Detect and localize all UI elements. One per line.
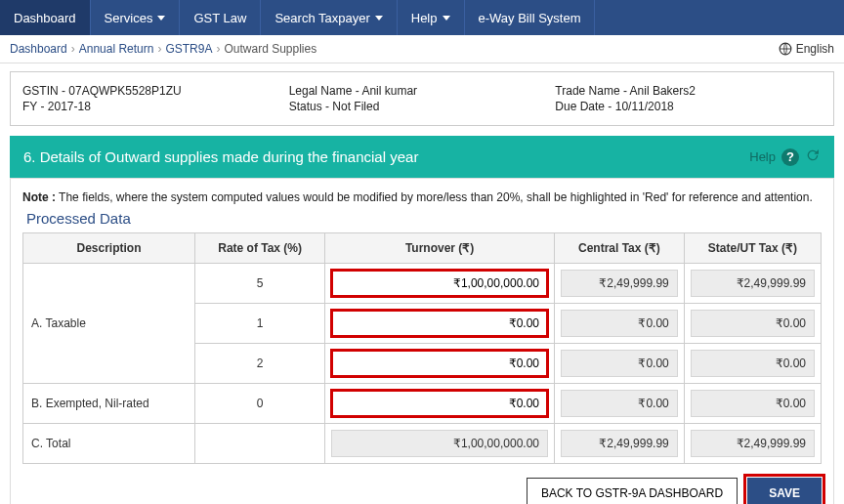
- row-rate: 1: [194, 304, 324, 344]
- caret-down-icon: [443, 16, 450, 21]
- taxpayer-info-panel: GSTIN - 07AQWPK5528P1ZU FY - 2017-18 Leg…: [10, 71, 834, 126]
- row-central-tax-cell: ₹0.00: [554, 344, 684, 384]
- section-title: 6. Details of Outward supplies made duri…: [23, 148, 418, 165]
- save-button[interactable]: SAVE: [747, 478, 822, 504]
- nav-item-help[interactable]: Help: [398, 0, 465, 35]
- highlighted-cell: [331, 310, 548, 337]
- row-state-tax-cell: ₹0.00: [684, 344, 821, 384]
- due-date-label: Due Date - 10/11/2018: [555, 100, 822, 113]
- note-prefix: Note :: [22, 190, 56, 204]
- state-tax-readonly: ₹0.00: [691, 390, 815, 417]
- nav-label: GST Law: [193, 11, 246, 25]
- chevron-right-icon: ›: [157, 42, 161, 56]
- row-turnover-cell: [325, 304, 555, 344]
- highlighted-cell: [331, 350, 548, 377]
- state-tax-readonly: ₹0.00: [691, 350, 815, 377]
- nav-label: Search Taxpayer: [274, 11, 369, 25]
- row-rate: 0: [194, 384, 324, 424]
- central-tax-readonly: ₹0.00: [561, 390, 678, 417]
- highlighted-cell: [331, 270, 548, 297]
- chevron-right-icon: ›: [216, 42, 220, 56]
- col-description: Description: [23, 233, 195, 264]
- refresh-icon[interactable]: [805, 147, 821, 166]
- col-turnover: Turnover (₹): [325, 233, 555, 264]
- row-description: B. Exempted, Nil-rated: [23, 384, 195, 424]
- processed-data-title: Processed Data: [26, 210, 822, 227]
- breadcrumb-current: Outward Supplies: [224, 42, 316, 56]
- table-row: A. Taxable5₹2,49,999.99₹2,49,999.99: [23, 264, 822, 304]
- status-label: Status - Not Filed: [289, 100, 556, 113]
- outward-supplies-table: Description Rate of Tax (%) Turnover (₹)…: [22, 232, 822, 464]
- row-turnover-cell: [325, 264, 555, 304]
- breadcrumb-link[interactable]: Annual Return: [79, 42, 154, 56]
- note-body: The fields, where the system computed va…: [56, 190, 813, 204]
- row-central-tax-cell: ₹2,49,999.99: [554, 424, 684, 464]
- row-central-tax-cell: ₹2,49,999.99: [554, 264, 684, 304]
- fy-label: FY - 2017-18: [22, 100, 289, 113]
- state-tax-readonly: ₹2,49,999.99: [691, 270, 815, 297]
- nav-item-gst-law[interactable]: GST Law: [180, 0, 261, 35]
- caret-down-icon: [375, 16, 383, 21]
- row-turnover-cell: [325, 384, 555, 424]
- table-row: C. Total₹1,00,00,000.00₹2,49,999.99₹2,49…: [23, 424, 822, 464]
- turnover-input[interactable]: [331, 310, 548, 337]
- central-tax-readonly: ₹0.00: [561, 350, 678, 377]
- nav-item-e-way-bill-system[interactable]: e-Way Bill System: [465, 0, 596, 35]
- central-tax-readonly: ₹2,49,999.99: [561, 270, 678, 297]
- col-state-tax: State/UT Tax (₹): [684, 233, 821, 264]
- row-rate: [194, 424, 324, 464]
- note-text: Note : The fields, where the system comp…: [22, 190, 822, 204]
- breadcrumb: Dashboard›Annual Return›GSTR9A›Outward S…: [10, 42, 316, 56]
- turnover-input[interactable]: [331, 350, 548, 377]
- row-turnover-cell: ₹1,00,00,000.00: [325, 424, 555, 464]
- nav-item-dashboard[interactable]: Dashboard: [0, 0, 91, 35]
- breadcrumb-bar: Dashboard›Annual Return›GSTR9A›Outward S…: [0, 35, 844, 63]
- turnover-readonly: ₹1,00,00,000.00: [331, 430, 548, 457]
- section-header: 6. Details of Outward supplies made duri…: [10, 136, 834, 178]
- row-rate: 2: [194, 344, 324, 384]
- row-turnover-cell: [325, 344, 555, 384]
- nav-label: Dashboard: [14, 11, 76, 25]
- row-central-tax-cell: ₹0.00: [554, 384, 684, 424]
- top-nav: DashboardServicesGST LawSearch TaxpayerH…: [0, 0, 844, 35]
- row-state-tax-cell: ₹0.00: [684, 304, 821, 344]
- row-state-tax-cell: ₹0.00: [684, 384, 821, 424]
- gstin-label: GSTIN - 07AQWPK5528P1ZU: [22, 84, 289, 98]
- nav-label: Services: [105, 11, 153, 25]
- language-selector[interactable]: English: [779, 42, 834, 56]
- help-icon[interactable]: ?: [781, 148, 799, 166]
- caret-down-icon: [157, 16, 165, 21]
- row-central-tax-cell: ₹0.00: [554, 304, 684, 344]
- nav-item-services[interactable]: Services: [91, 0, 181, 35]
- breadcrumb-link[interactable]: GSTR9A: [165, 42, 212, 56]
- nav-item-search-taxpayer[interactable]: Search Taxpayer: [261, 0, 397, 35]
- content-area: Note : The fields, where the system comp…: [10, 178, 834, 504]
- nav-label: Help: [411, 11, 438, 25]
- breadcrumb-link[interactable]: Dashboard: [10, 42, 67, 56]
- turnover-input[interactable]: [331, 390, 548, 417]
- legal-name-label: Legal Name - Anil kumar: [289, 84, 556, 98]
- row-description: A. Taxable: [23, 264, 195, 384]
- row-rate: 5: [194, 264, 324, 304]
- nav-label: e-Way Bill System: [479, 11, 581, 25]
- language-label: English: [796, 42, 834, 56]
- chevron-right-icon: ›: [71, 42, 75, 56]
- central-tax-readonly: ₹2,49,999.99: [561, 430, 678, 457]
- highlighted-cell: [331, 390, 548, 417]
- action-buttons: BACK TO GSTR-9A DASHBOARD SAVE: [22, 478, 822, 504]
- back-to-dashboard-button[interactable]: BACK TO GSTR-9A DASHBOARD: [527, 478, 738, 504]
- row-state-tax-cell: ₹2,49,999.99: [684, 424, 821, 464]
- state-tax-readonly: ₹2,49,999.99: [691, 430, 815, 457]
- row-state-tax-cell: ₹2,49,999.99: [684, 264, 821, 304]
- col-central-tax: Central Tax (₹): [554, 233, 684, 264]
- turnover-input[interactable]: [331, 270, 548, 297]
- trade-name-label: Trade Name - Anil Bakers2: [555, 84, 822, 98]
- table-row: B. Exempted, Nil-rated0₹0.00₹0.00: [23, 384, 822, 424]
- help-label: Help: [749, 149, 776, 164]
- state-tax-readonly: ₹0.00: [691, 310, 815, 337]
- row-description: C. Total: [23, 424, 195, 464]
- globe-icon: [779, 42, 792, 56]
- central-tax-readonly: ₹0.00: [561, 310, 678, 337]
- col-rate: Rate of Tax (%): [194, 233, 324, 264]
